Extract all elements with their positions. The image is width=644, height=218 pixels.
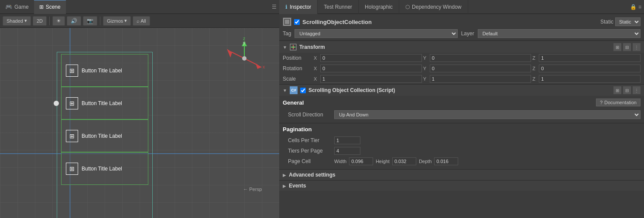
- scale-y-field: Y: [423, 75, 531, 83]
- scene-toolbar: Shaded ▾ 2D ☀ 🔊 📷 Gizmos ▾ ⌕ All: [0, 14, 279, 28]
- script-section-header[interactable]: ▼ C# Scrolling Object Collection (Script…: [279, 84, 644, 96]
- component-checkbox[interactable]: [294, 19, 300, 25]
- cells-per-tier-input[interactable]: [334, 136, 360, 144]
- scale-z-input[interactable]: [539, 75, 641, 83]
- scale-x-field: X: [314, 75, 422, 83]
- rotation-x-input[interactable]: [320, 65, 422, 72]
- documentation-button[interactable]: ? Documentation: [596, 99, 641, 106]
- camera-btn[interactable]: 📷: [83, 16, 97, 26]
- scale-z-field: Z: [532, 75, 641, 83]
- scene-objects-list: ⊞ Button Title Label ⊞ Button Title Labe…: [61, 54, 148, 185]
- advanced-settings-row[interactable]: ▶ Advanced settings: [279, 169, 644, 180]
- height-label: Height: [376, 159, 390, 164]
- gizmos-label: Gizmos: [107, 18, 123, 24]
- tab-scene[interactable]: ⊞ Scene: [34, 0, 66, 14]
- tab-inspector[interactable]: ℹ Inspector: [279, 0, 318, 14]
- rot-x-label: X: [314, 66, 319, 71]
- button-icon-1: ⊞: [66, 65, 78, 77]
- script-checkbox[interactable]: [300, 88, 306, 93]
- scroll-direction-label: Scroll Direction: [283, 112, 331, 118]
- tab-dependency-window[interactable]: ⬡ Dependency Window: [399, 0, 468, 14]
- pos-y-label: Y: [423, 55, 428, 61]
- search-btn[interactable]: ⌕ All: [133, 16, 150, 26]
- rotation-y-field: Y: [423, 65, 531, 72]
- tag-layer-row: Tag Untagged Layer Default: [279, 28, 644, 39]
- general-section: General ? Documentation Scroll Direction…: [279, 96, 644, 123]
- component-header: ScrollingObjectCollection Static Static: [279, 16, 644, 28]
- inspector-tab-icons: 🔒 ≡: [630, 4, 644, 10]
- scale-y-input[interactable]: [430, 75, 531, 83]
- gizmos-chevron: ▾: [124, 18, 127, 24]
- scroll-direction-dropdown[interactable]: Up And Down: [334, 110, 641, 119]
- button-label-4: Button Title Label: [82, 166, 122, 172]
- scroll-direction-row: Scroll Direction Up And Down: [283, 109, 641, 120]
- tiers-per-page-label: Tiers Per Page: [283, 148, 331, 154]
- position-row: Position X Y Z: [279, 53, 644, 63]
- transform-arrow: ▼: [283, 45, 287, 50]
- position-z-input[interactable]: [539, 54, 641, 62]
- button-icon-2: ⊞: [66, 97, 78, 109]
- scene-panel: 🎮 Game ⊞ Scene ☰ Shaded ▾ 2D ☀ 🔊 📷 Gizmo…: [0, 0, 279, 218]
- scale-x-input[interactable]: [320, 75, 422, 83]
- layer-select[interactable]: Default: [478, 29, 641, 38]
- tag-select[interactable]: Untagged: [295, 29, 457, 38]
- page-cell-width-input[interactable]: [349, 157, 373, 165]
- position-y-input[interactable]: [430, 54, 531, 62]
- svg-marker-4: [256, 64, 262, 69]
- static-label: Static: [600, 19, 613, 25]
- svg-marker-7: [227, 49, 232, 58]
- tiers-per-page-input[interactable]: [334, 147, 360, 155]
- tag-label: Tag: [283, 31, 291, 37]
- transform-icon-2[interactable]: ⊟: [623, 43, 631, 51]
- page-cell-height-input[interactable]: [392, 157, 416, 165]
- component-icon: [283, 17, 291, 26]
- tab-holographic-label: Holographic: [365, 4, 393, 10]
- cells-per-tier-row: Cells Per Tier: [283, 135, 641, 146]
- svg-line-3: [244, 58, 257, 65]
- scale-x-label: X: [314, 76, 319, 82]
- transform-icon-3[interactable]: ⋮: [633, 43, 641, 51]
- gizmos-btn[interactable]: Gizmos ▾: [103, 16, 131, 26]
- svg-rect-11: [285, 20, 289, 24]
- more-icon[interactable]: ≡: [638, 4, 641, 10]
- static-section: Static Static: [600, 17, 641, 26]
- page-cell-label: Page Cell: [283, 158, 331, 164]
- button-label-1: Button Title Label: [82, 68, 122, 74]
- lock-icon[interactable]: 🔒: [630, 4, 637, 10]
- layer-label: Layer: [461, 31, 474, 37]
- shading-dropdown[interactable]: Shaded ▾: [3, 16, 31, 26]
- scale-y-label: Y: [423, 76, 428, 82]
- script-icon-2[interactable]: ⊟: [623, 86, 631, 94]
- svg-line-6: [231, 52, 244, 58]
- divider-1: [279, 40, 644, 41]
- light-btn[interactable]: ☀: [52, 16, 65, 26]
- general-header: General ? Documentation: [283, 99, 641, 106]
- events-row[interactable]: ▶ Events: [279, 180, 644, 191]
- scene-button-3: ⊞ Button Title Label: [61, 119, 148, 152]
- rotation-label: Rotation: [283, 65, 311, 72]
- width-label: Width: [334, 159, 346, 164]
- page-cell-depth-input[interactable]: [434, 157, 458, 165]
- tab-holographic[interactable]: Holographic: [359, 0, 399, 14]
- transform-icon-1[interactable]: ⊞: [613, 43, 621, 51]
- script-icon-1[interactable]: ⊞: [613, 86, 621, 94]
- persp-label: ← Persp: [243, 187, 262, 192]
- static-dropdown[interactable]: Static: [615, 17, 641, 26]
- inspector-tab-bar: ℹ Inspector Test Runner Holographic ⬡ De…: [279, 0, 644, 14]
- tab-test-runner[interactable]: Test Runner: [318, 0, 359, 14]
- scene-button-4: ⊞ Button Title Label: [61, 152, 148, 185]
- script-icon-3[interactable]: ⋮: [633, 86, 641, 94]
- rotation-y-input[interactable]: [430, 65, 531, 72]
- scale-label: Scale: [283, 76, 311, 82]
- audio-btn[interactable]: 🔊: [67, 16, 81, 26]
- tab-game[interactable]: 🎮 Game: [0, 0, 34, 14]
- advanced-settings-label: Advanced settings: [289, 172, 336, 178]
- position-x-input[interactable]: [320, 54, 422, 62]
- page-cell-fields: Width Height Depth: [334, 157, 641, 165]
- scale-z-label: Z: [532, 76, 538, 82]
- rotation-z-input[interactable]: [539, 65, 641, 72]
- view-2d-btn[interactable]: 2D: [33, 16, 47, 26]
- tab-menu-icon[interactable]: ☰: [272, 4, 277, 10]
- transform-section-header[interactable]: ▼ Transform ⊞ ⊟ ⋮: [279, 41, 644, 53]
- view-2d-label: 2D: [37, 18, 43, 24]
